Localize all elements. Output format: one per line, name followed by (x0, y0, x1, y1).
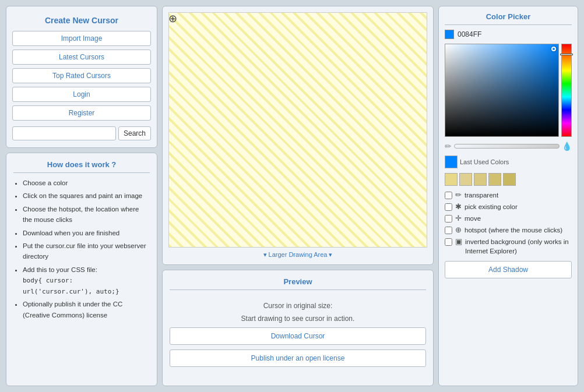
color-picker-dot (551, 47, 556, 51)
last-used-label: Last Used Colors (460, 158, 509, 165)
swatch-4[interactable] (488, 173, 501, 186)
center-panel: ⊕ ▾ Larger Drawing Area ▾ Preview Cursor… (162, 6, 434, 386)
hotspot-checkbox[interactable] (445, 227, 452, 234)
inverted-icon: ▣ (455, 237, 462, 246)
howto-step-3: Choose the hotspot, the location where t… (23, 204, 150, 225)
pencil-icon: ✏ (445, 142, 452, 151)
hue-bar[interactable] (561, 44, 572, 137)
color-saturation-box[interactable] (445, 44, 559, 137)
pick-color-icon: ✱ (455, 202, 462, 211)
inverted-checkbox[interactable] (445, 238, 452, 246)
move-label: move (465, 214, 481, 223)
search-row: Search (12, 126, 151, 140)
swatch-3[interactable] (474, 173, 487, 186)
transparency-slider[interactable] (454, 144, 560, 149)
search-input[interactable] (12, 126, 116, 140)
swatch-2[interactable] (459, 173, 472, 186)
howto-list: Choose a color Click on the squares and … (13, 178, 150, 320)
hotspot-icon: ⊕ (455, 225, 462, 234)
current-color-large-swatch[interactable] (445, 156, 458, 168)
add-shadow-button[interactable]: Add Shadow (445, 261, 572, 278)
move-checkbox[interactable] (445, 215, 452, 223)
right-panel: Color Picker 0084FF ✏ 💧 Last Used Colors (438, 6, 578, 386)
transparent-checkbox[interactable] (445, 192, 452, 199)
swatch-5[interactable] (503, 173, 516, 186)
move-icon: ✛ (455, 214, 462, 223)
preview-box: Preview Cursor in original size: Start d… (162, 270, 434, 386)
main-container: Create New Cursor Import Image Latest Cu… (0, 0, 584, 392)
swatch-1[interactable] (445, 173, 458, 186)
color-gradient-area (445, 44, 572, 137)
last-used-swatches (445, 173, 572, 186)
latest-cursors-button[interactable]: Latest Cursors (12, 50, 151, 65)
larger-area-button[interactable]: ▾ Larger Drawing Area ▾ (263, 251, 333, 259)
hotspot-label: hotspot (where the mouse clicks) (465, 225, 562, 235)
howto-box: How does it work ? Choose a color Click … (6, 153, 157, 386)
color-picker-title: Color Picker (445, 12, 572, 25)
option-transparent: ✏ transparent (445, 190, 572, 200)
pick-color-label: pick existing color (465, 202, 518, 211)
transparent-icon: ✏ (455, 190, 462, 199)
option-pick-color: ✱ pick existing color (445, 202, 572, 211)
howto-title: How does it work ? (13, 160, 150, 173)
preview-title: Preview (170, 277, 426, 290)
color-hex-row: 0084FF (445, 30, 572, 39)
howto-step-4: Download when you are finished (23, 228, 150, 238)
hue-marker (560, 54, 573, 55)
create-new-cursor-button[interactable]: Create New Cursor (12, 13, 151, 27)
howto-step-7: Optionally publish it under the CC (Crea… (23, 299, 150, 320)
transparent-label: transparent (465, 190, 498, 200)
publish-license-button[interactable]: Publish under an open license (170, 349, 426, 367)
canvas-area[interactable] (168, 12, 427, 248)
last-used-row: Last Used Colors (445, 156, 572, 168)
nav-box: Create New Cursor Import Image Latest Cu… (6, 6, 157, 148)
option-move: ✛ move (445, 214, 572, 223)
transparency-row: ✏ 💧 (445, 142, 572, 151)
howto-step-2: Click on the squares and paint an image (23, 190, 150, 201)
top-rated-cursors-button[interactable]: Top Rated Cursors (12, 68, 151, 83)
tool-options-list: ✏ transparent ✱ pick existing color ✛ mo… (445, 190, 572, 256)
inverted-label: inverted background (only works in Inter… (465, 237, 572, 256)
color-hex-value: 0084FF (458, 30, 481, 38)
howto-step-6: Add this to your CSS file:body{ cursor:u… (23, 264, 150, 297)
left-panel: Create New Cursor Import Image Latest Cu… (6, 6, 157, 386)
search-button[interactable]: Search (118, 126, 151, 140)
login-button[interactable]: Login (12, 87, 151, 102)
crosshair-icon: ⊕ (168, 12, 177, 25)
option-inverted: ▣ inverted background (only works in Int… (445, 237, 572, 256)
current-color-swatch[interactable] (445, 30, 454, 39)
download-cursor-button[interactable]: Download Cursor (170, 327, 426, 345)
option-hotspot: ⊕ hotspot (where the mouse clicks) (445, 225, 572, 235)
pick-color-checkbox[interactable] (445, 203, 452, 211)
drawing-box: ⊕ ▾ Larger Drawing Area ▾ (162, 6, 434, 265)
dropper-icon: 💧 (562, 142, 572, 151)
register-button[interactable]: Register (12, 105, 151, 121)
preview-text-line1: Cursor in original size: (263, 302, 333, 310)
import-image-button[interactable]: Import Image (12, 31, 151, 46)
howto-step-5: Put the cursor.cur file into your webser… (23, 241, 150, 262)
preview-text-line2: Start drawing to see cursor in action. (241, 315, 355, 323)
howto-step-1: Choose a color (23, 178, 150, 188)
